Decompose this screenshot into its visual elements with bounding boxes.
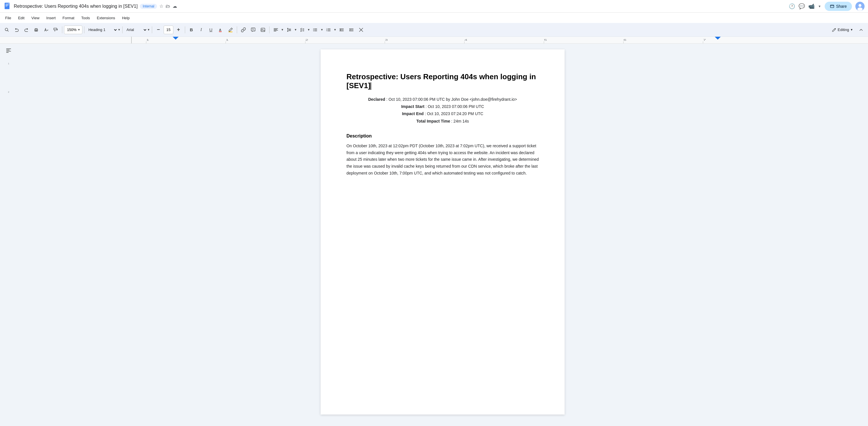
link-button[interactable] bbox=[239, 25, 248, 34]
clear-formatting-button[interactable] bbox=[356, 25, 366, 34]
menu-bar: File Edit View Insert Format Tools Exten… bbox=[0, 12, 868, 23]
svg-rect-16 bbox=[261, 28, 265, 32]
font-selector[interactable]: Arial Times New Roman bbox=[124, 25, 147, 34]
numbered-list-button[interactable]: 1. 2. 3. bbox=[324, 25, 333, 34]
text-color-icon: A bbox=[218, 27, 223, 32]
history-icon[interactable]: 🕐 bbox=[789, 3, 795, 9]
collapse-icon bbox=[859, 27, 864, 32]
increase-indent-icon bbox=[349, 27, 354, 32]
font-dropdown-icon: ▼ bbox=[147, 28, 150, 31]
internal-badge: Internal bbox=[140, 4, 157, 9]
share-label: Share bbox=[836, 4, 847, 9]
total-impact-line: Total Impact Time : 24m 14s bbox=[346, 118, 539, 125]
star-icon[interactable]: ☆ bbox=[159, 3, 163, 9]
main-title-text: Retrospective: Users Reporting 404s when… bbox=[346, 72, 536, 90]
svg-text:1: 1 bbox=[146, 38, 149, 41]
svg-rect-2 bbox=[5, 5, 9, 5]
paint-format-button[interactable] bbox=[51, 25, 60, 34]
menu-file[interactable]: File bbox=[2, 14, 14, 21]
bullet-list-button[interactable] bbox=[311, 25, 320, 34]
document-area[interactable]: Retrospective: Users Reporting 404s when… bbox=[17, 43, 868, 426]
highlight-button[interactable] bbox=[226, 25, 235, 34]
total-impact-label: Total Impact Time bbox=[416, 119, 450, 123]
menu-tools[interactable]: Tools bbox=[79, 14, 93, 21]
menu-format[interactable]: Format bbox=[60, 14, 77, 21]
style-selector[interactable]: Heading 1 Heading 2 Normal text bbox=[86, 25, 118, 34]
impact-end-line: Impact End : Oct 10, 2023 07:24:20 PM UT… bbox=[346, 110, 539, 117]
document-main-title[interactable]: Retrospective: Users Reporting 404s when… bbox=[346, 72, 539, 90]
checklist-button[interactable] bbox=[298, 25, 307, 34]
comment-icon[interactable]: 💬 bbox=[799, 3, 805, 9]
increase-font-button[interactable]: + bbox=[174, 25, 183, 34]
svg-marker-25 bbox=[173, 37, 179, 40]
print-icon bbox=[34, 27, 39, 32]
zoom-input[interactable] bbox=[66, 28, 78, 32]
video-call-icon[interactable]: 📹 bbox=[808, 3, 815, 9]
svg-point-8 bbox=[5, 28, 8, 31]
highlight-icon bbox=[228, 27, 233, 32]
checklist-icon bbox=[300, 27, 305, 32]
menu-insert[interactable]: Insert bbox=[43, 14, 59, 21]
insert-comment-icon bbox=[251, 27, 256, 32]
insert-comment-button[interactable] bbox=[249, 25, 258, 34]
svg-text:1: 1 bbox=[226, 38, 228, 41]
print-button[interactable] bbox=[32, 25, 41, 34]
bold-button[interactable]: B bbox=[187, 25, 196, 34]
italic-button[interactable]: I bbox=[197, 25, 206, 34]
spellcheck-button[interactable] bbox=[41, 25, 51, 34]
svg-point-6 bbox=[859, 4, 861, 7]
editing-mode-label: Editing bbox=[838, 28, 849, 32]
insert-image-button[interactable] bbox=[258, 25, 268, 34]
folder-icon[interactable]: 🗁 bbox=[166, 4, 170, 9]
redo-button[interactable] bbox=[22, 25, 31, 34]
collapse-toolbar-button[interactable] bbox=[857, 25, 866, 34]
svg-text:5: 5 bbox=[544, 38, 547, 41]
font-size-input[interactable] bbox=[164, 28, 173, 32]
declared-value: Oct 10, 2023 07:00:06 PM UTC by John Doe… bbox=[389, 97, 517, 102]
svg-rect-4 bbox=[830, 5, 834, 7]
numbered-list-icon: 1. 2. 3. bbox=[326, 27, 331, 32]
impact-end-label: Impact End bbox=[402, 111, 423, 116]
description-heading: Description bbox=[346, 133, 539, 139]
share-icon bbox=[830, 4, 834, 9]
ruler-num-2: 2 bbox=[8, 91, 9, 93]
menu-view[interactable]: View bbox=[28, 14, 42, 21]
ruler-content: 1 1 2 3 4 5 6 7 bbox=[43, 37, 868, 43]
editing-mode-selector[interactable]: Editing ▼ bbox=[829, 26, 856, 33]
separator-3 bbox=[122, 26, 123, 33]
user-avatar[interactable] bbox=[856, 2, 865, 11]
underline-button[interactable]: U bbox=[206, 25, 216, 34]
cloud-icon[interactable]: ☁ bbox=[173, 3, 177, 9]
svg-point-20 bbox=[313, 30, 314, 31]
outline-toggle-button[interactable] bbox=[4, 46, 13, 57]
ruler-num-1: 1 bbox=[8, 62, 9, 65]
title-bar: Retrospective: Users Reporting 404s when… bbox=[0, 0, 868, 12]
search-icon bbox=[4, 27, 9, 32]
checklist-dropdown-icon: ▼ bbox=[307, 28, 310, 31]
text-color-button[interactable]: A bbox=[216, 25, 225, 34]
link-icon bbox=[241, 27, 246, 32]
svg-rect-11 bbox=[54, 28, 57, 30]
menu-help[interactable]: Help bbox=[119, 14, 133, 21]
zoom-dropdown-icon[interactable]: ▼ bbox=[78, 28, 81, 31]
line-spacing-button[interactable] bbox=[284, 25, 293, 34]
search-button[interactable] bbox=[2, 25, 11, 34]
decrease-font-button[interactable]: − bbox=[154, 25, 163, 34]
menu-extensions[interactable]: Extensions bbox=[94, 14, 118, 21]
menu-edit[interactable]: Edit bbox=[15, 14, 27, 21]
svg-text:3: 3 bbox=[385, 38, 388, 41]
decrease-indent-button[interactable] bbox=[337, 25, 346, 34]
share-button[interactable]: Share bbox=[825, 2, 852, 11]
declared-colon: : bbox=[386, 97, 389, 102]
svg-text:A: A bbox=[219, 28, 221, 31]
description-text[interactable]: On October 10th, 2023 at 12:02pm PDT (Oc… bbox=[346, 143, 539, 177]
numbered-dropdown-icon: ▼ bbox=[334, 28, 336, 31]
increase-indent-button[interactable] bbox=[347, 25, 356, 34]
undo-button[interactable] bbox=[12, 25, 21, 34]
main-layout: 1 2 Retrospective: Users Reporting 404s … bbox=[0, 43, 868, 426]
alignment-dropdown-icon: ▼ bbox=[281, 28, 284, 31]
alignment-button[interactable] bbox=[271, 25, 280, 34]
zoom-control[interactable]: ▼ bbox=[64, 26, 82, 34]
font-size-control[interactable] bbox=[164, 26, 174, 34]
alignment-icon bbox=[273, 27, 278, 32]
